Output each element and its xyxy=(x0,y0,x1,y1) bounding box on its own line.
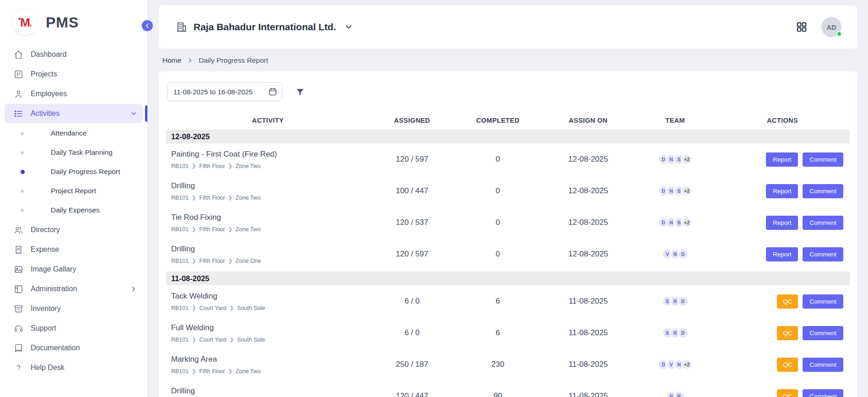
sidebar-subitem-project-report[interactable]: Project Report xyxy=(0,181,147,201)
date-range-input[interactable] xyxy=(167,82,282,101)
bullet-icon xyxy=(21,151,24,154)
sidebar-item-inventory[interactable]: Inventory xyxy=(5,299,143,318)
qc-button[interactable]: QC xyxy=(777,358,798,372)
sidebar-collapse-button[interactable] xyxy=(140,19,154,33)
chevron-right-icon: ❯ xyxy=(228,163,232,169)
comment-button[interactable]: Comment xyxy=(803,247,843,261)
team-cell: DVN+2 xyxy=(635,359,715,370)
sidebar-item-projects[interactable]: Projects xyxy=(5,65,143,84)
team-avatar[interactable]: D xyxy=(678,249,689,260)
sidebar-subitem-daily-progress-report[interactable]: Daily Progress Report xyxy=(0,162,147,181)
qc-button[interactable]: QC xyxy=(777,326,798,340)
assign-on-cell: 12-08-2025 xyxy=(541,250,635,259)
sidebar-item-support[interactable]: Support xyxy=(5,319,143,338)
sidebar-item-label: Support xyxy=(31,324,137,332)
column-header-assign-on: ASSIGN ON xyxy=(541,117,635,124)
bullet-icon xyxy=(21,132,24,135)
home-icon xyxy=(14,50,23,60)
table-row: DrillingRB101❯Fifth Floor❯Zone One120 / … xyxy=(166,239,850,271)
table-row: DrillingRB101❯Fifth Floor❯Zone Two100 / … xyxy=(166,176,850,207)
path-segment: RB101 xyxy=(171,258,189,264)
sidebar-item-image-gallary[interactable]: Image Gallary xyxy=(5,260,143,279)
comment-button[interactable]: Comment xyxy=(803,294,843,309)
sidebar-item-employees[interactable]: Employees xyxy=(5,84,143,103)
filter-funnel-icon[interactable] xyxy=(295,87,305,97)
projects-icon xyxy=(14,70,23,79)
company-selector[interactable]: Raja Bahadur International Ltd. xyxy=(176,22,353,33)
assign-on-cell: 12-08-2025 xyxy=(541,218,635,227)
completed-cell: 0 xyxy=(454,155,541,164)
chevron-right-icon: ❯ xyxy=(230,305,234,310)
team-overflow-badge[interactable]: +2 xyxy=(681,359,692,370)
sidebar-item-label: Dashboard xyxy=(31,50,137,59)
table-header: ACTIVITYASSIGNEDCOMPLETEDASSIGN ONTEAMAC… xyxy=(166,112,850,129)
team-avatar[interactable]: D xyxy=(678,296,689,307)
chevron-right-icon: ❯ xyxy=(192,195,196,200)
activity-path: RB101❯Fifth Floor❯Zone Two xyxy=(171,368,370,375)
assign-on-cell: 12-08-2025 xyxy=(541,155,635,164)
sidebar-item-directory[interactable]: Directory xyxy=(5,220,143,239)
sidebar-row: Activities xyxy=(0,104,147,123)
qc-button[interactable]: QC xyxy=(777,294,798,309)
report-button[interactable]: Report xyxy=(766,184,798,198)
breadcrumb-home[interactable]: Home xyxy=(162,56,181,65)
user-menu[interactable]: AD xyxy=(821,17,841,37)
activity-name: Full Welding xyxy=(171,323,370,332)
report-button[interactable]: Report xyxy=(766,216,798,230)
sidebar-item-label: Documentation xyxy=(31,344,137,352)
sidebar-subitem-daily-task-planning[interactable]: Daily Task Planning xyxy=(0,143,147,162)
app-name: PMS xyxy=(46,14,79,31)
chevron-right-icon: ❯ xyxy=(228,195,232,200)
sidebar-item-activities[interactable]: Activities xyxy=(5,104,143,123)
company-name: Raja Bahadur International Ltd. xyxy=(194,22,336,33)
sidebar-item-expense[interactable]: Expense xyxy=(5,240,143,259)
chevron-right-icon: ❯ xyxy=(192,305,196,310)
sidebar-subitem-attendance[interactable]: Attendance xyxy=(0,124,147,143)
sidebar-item-documentation[interactable]: Documentation xyxy=(5,338,143,358)
apps-grid-icon[interactable] xyxy=(796,21,808,33)
main-area: Raja Bahadur International Ltd. AD xyxy=(148,0,868,397)
path-segment: Zone One xyxy=(236,258,261,264)
table-row: Tack WeldingRB101❯Court Yard❯South Side6… xyxy=(166,286,850,318)
comment-button[interactable]: Comment xyxy=(803,389,843,397)
chevron-left-icon xyxy=(144,22,151,29)
comment-button[interactable]: Comment xyxy=(803,216,843,230)
sidebar-item-help-desk[interactable]: Help Desk xyxy=(5,358,143,377)
filter-row xyxy=(166,82,850,101)
path-segment: Court Yard xyxy=(199,305,226,311)
activity-cell: Tie Rod FixingRB101❯Fifth Floor❯Zone Two xyxy=(166,213,370,233)
sidebar-item-label: Administration xyxy=(31,285,123,293)
activity-path: RB101❯Court Yard❯South Side xyxy=(171,305,370,311)
comment-button[interactable]: Comment xyxy=(803,326,843,340)
report-button[interactable]: Report xyxy=(766,152,798,167)
sidebar-row: Dashboard xyxy=(0,45,147,64)
table-row: Painting - First Coat (Fire Red)RB101❯Fi… xyxy=(166,144,850,176)
team-cell: DNS+2 xyxy=(635,185,715,196)
team-overflow-badge[interactable]: +2 xyxy=(681,154,692,165)
logo-row: M PMS xyxy=(0,0,147,42)
team-overflow-badge[interactable]: +2 xyxy=(681,217,692,228)
chevron-right-icon: ❯ xyxy=(228,258,232,263)
activity-cell: Marking AreaRB101❯Fifth Floor❯Zone Two xyxy=(166,355,370,375)
report-button[interactable]: Report xyxy=(766,247,798,261)
actions-cell: QCComment xyxy=(715,389,850,397)
comment-button[interactable]: Comment xyxy=(803,184,843,198)
qc-button[interactable]: QC xyxy=(777,389,798,397)
team-avatar[interactable]: R xyxy=(674,391,685,397)
sidebar-subitem-daily-expenses[interactable]: Daily Expenses xyxy=(0,201,147,220)
comment-button[interactable]: Comment xyxy=(803,358,843,372)
sidebar: M PMS DashboardProjectsEmployeesActiviti… xyxy=(0,0,148,397)
team-overflow-badge[interactable]: +2 xyxy=(681,185,692,196)
team-avatar[interactable]: D xyxy=(678,327,689,338)
activity-name: Drilling xyxy=(171,181,370,190)
sidebar-row: Help Desk xyxy=(0,358,147,377)
assigned-cell: 120 / 597 xyxy=(370,250,454,259)
assign-on-cell: 11-08-2025 xyxy=(541,360,635,369)
sidebar-item-dashboard[interactable]: Dashboard xyxy=(5,45,143,64)
comment-button[interactable]: Comment xyxy=(803,152,843,167)
sidebar-item-administration[interactable]: Administration xyxy=(5,279,143,299)
inventory-icon xyxy=(14,304,23,314)
actions-cell: ReportComment xyxy=(715,184,850,198)
completed-cell: 6 xyxy=(454,328,541,337)
activity-name: Drilling xyxy=(171,245,370,254)
